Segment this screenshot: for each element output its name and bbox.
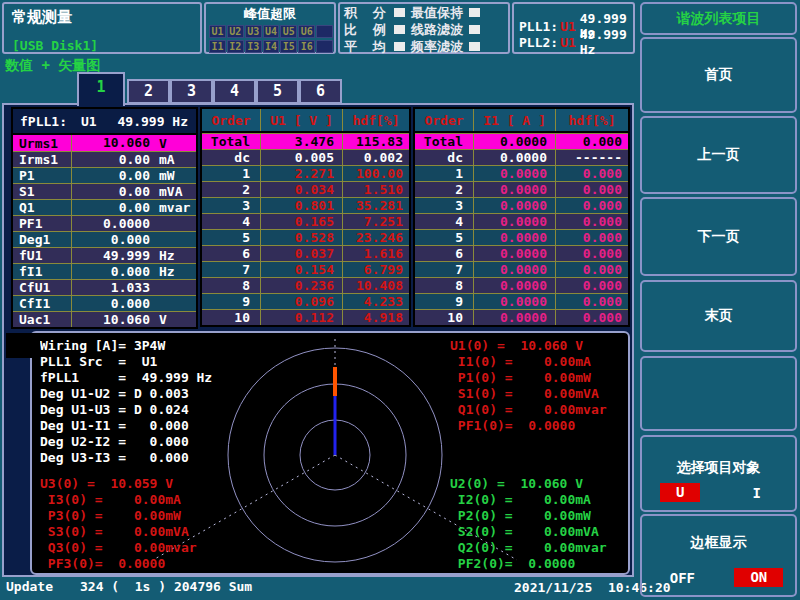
voltage-harmonic-row-3: 30.80135.281 [202,197,409,213]
voltage-harmonic-row-1: 12.271100.00 [202,165,409,181]
order-cell: 3 [202,198,260,213]
hdf-cell: 0.000 [555,246,628,261]
peak-limit-u-row: U1U2U3U4U5U6 [209,25,334,38]
current-harmonic-row-3: 30.00000.000 [415,197,628,213]
summary-row-CfU1: CfU11.033 [13,279,196,295]
power-analyzer-screen: 常规测量 [USB Disk1] 峰值超限 U1U2U3U4U5U6 I1I2I… [0,0,800,600]
toggle-right-checkbox[interactable] [469,8,480,17]
summary-row-PF1: PF10.0000 [13,215,196,231]
measurement-name: Uac1 [13,312,71,327]
measurement-name: PF1 [13,216,71,231]
pll-label: PLL2: [519,35,558,50]
tab-2[interactable]: 2 [127,79,170,104]
select-item-button[interactable]: 选择项目对象 UI [640,435,797,512]
border-display-button[interactable]: 边框显示 OFFON [640,514,797,597]
measurement-name: Urms1 [13,136,71,151]
summary-row-Urms1: Urms110.060V [13,135,196,151]
toggle-right-checkbox[interactable] [469,42,480,51]
phase2-values-text: U2(0) = 10.060 V I2(0) = 0.00mA P2(0) = … [450,476,607,572]
voltage-harmonic-row-2: 20.0341.510 [202,181,409,197]
hdf-cell: 35.281 [342,198,409,213]
peak-cell-I3: I3 [245,40,262,53]
summary-table-header: fPLL1: U1 49.999 Hz [13,109,196,135]
select-item-option-u[interactable]: U [660,483,700,502]
order-cell: 6 [202,246,260,261]
toggle-left-checkbox[interactable] [394,25,405,34]
usb-disk-label: [USB Disk1] [12,38,98,53]
update-label: Update [0,579,80,600]
current-harmonic-row-Total: Total0.00000.000 [415,133,628,149]
value-cell: 0.0000 [473,310,555,325]
voltage-harmonic-row-9: 90.0964.233 [202,293,409,309]
measurement-unit: mA [154,152,196,167]
voltage-harmonic-row-5: 50.52823.246 [202,229,409,245]
measurement-name: CfI1 [13,296,71,311]
order-cell: 10 [415,310,473,325]
order-cell: 5 [415,230,473,245]
value-cell: 0.0000 [473,166,555,181]
toggle-right-label: 频率滤波 [409,38,465,56]
current-harmonic-row-2: 20.00000.000 [415,181,628,197]
toggle-left-checkbox[interactable] [394,42,405,51]
hdf-cell: 0.002 [342,150,409,165]
value-cell: 0.0000 [473,278,555,293]
summary-row-S1: S10.00mVA [13,183,196,199]
value-cell: 0.0000 [473,214,555,229]
sidebar-button-next-page[interactable]: 下一页 [640,197,797,276]
hdf-cell: 0.000 [555,230,628,245]
measurement-value: 0.00 [71,184,154,199]
sidebar-button-last-page[interactable]: 末页 [640,280,797,352]
border-display-option-off[interactable]: OFF [654,569,711,587]
value-cell: 0.0000 [473,246,555,261]
measurement-unit: Hz [154,248,196,263]
order-cell: 7 [415,262,473,277]
order-cell: 10 [202,310,260,325]
pll-frequency: 49.999 Hz [580,27,633,57]
order-cell: 3 [415,198,473,213]
value-cell: 0.528 [260,230,342,245]
summary-row-Irms1: Irms10.00mA [13,151,196,167]
toggle-rows: 积 分最值保持比 例线路滤波平 均频率滤波 [340,4,508,55]
value-cell: 0.005 [260,150,342,165]
toggle-row: 比 例线路滤波 [340,21,508,38]
value-cell: 0.034 [260,182,342,197]
pll-label: PLL1: [519,19,558,34]
sidebar-button-prev-page[interactable]: 上一页 [640,116,797,194]
toggle-right-checkbox[interactable] [469,25,480,34]
measurement-unit: V [154,136,196,151]
measurement-name: P1 [13,168,71,183]
value-cell: 0.154 [260,262,342,277]
sidebar-title: 谐波列表项目 [640,2,797,35]
hdf-cell: 0.000 [555,182,628,197]
select-item-option-i[interactable]: I [737,484,777,502]
current-harmonic-row-dc: dc0.0000------ [415,149,628,165]
order-cell: Total [415,134,473,149]
sidebar-button-home[interactable]: 首页 [640,37,797,113]
select-item-label: 选择项目对象 [642,459,795,477]
tab-5[interactable]: 5 [256,79,299,104]
peak-cell-U2: U2 [227,25,244,38]
hdf-cell: ------ [555,150,628,165]
measurement-unit: mvar [154,200,196,215]
value-cell: 0.096 [260,294,342,309]
phase3-values-text: U3(0) = 10.059 V I3(0) = 0.00mA P3(0) = … [40,476,197,572]
hdf-cell: 7.251 [342,214,409,229]
border-display-option-on[interactable]: ON [734,568,783,587]
hdf-cell: 0.000 [555,166,628,181]
measurement-value: 0.00 [71,152,154,167]
toggle-left-label: 平 均 [344,38,390,56]
value-cell: 0.112 [260,310,342,325]
hdf-cell: 4.918 [342,310,409,325]
measurement-value: 0.000 [71,232,154,247]
tab-1[interactable]: 1 [77,72,125,106]
measurement-value: 10.060 [71,312,154,327]
tab-3[interactable]: 3 [170,79,213,104]
measurement-value: 0.00 [71,200,154,215]
hdf-cell: 115.83 [342,134,409,149]
peak-cell-I1: I1 [209,40,226,53]
toggle-left-checkbox[interactable] [394,8,405,17]
tab-4[interactable]: 4 [213,79,256,104]
tab-6[interactable]: 6 [299,79,342,104]
header-hdf: hdf[%] [555,109,628,131]
summary-table: fPLL1: U1 49.999 Hz Urms110.060VIrms10.0… [11,107,198,329]
